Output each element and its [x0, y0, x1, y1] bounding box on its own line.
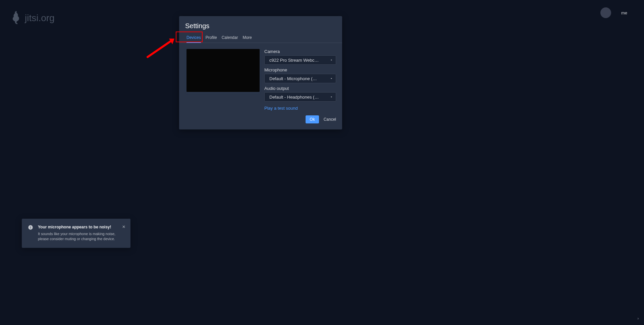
microphone-label: Microphone	[264, 67, 336, 72]
expand-chevron[interactable]	[636, 316, 641, 321]
dialog-footer: Ok Cancel	[179, 111, 342, 123]
me-label: me	[621, 10, 627, 15]
tab-profile[interactable]: Profile	[206, 33, 217, 43]
logo: jitsi.org	[10, 10, 55, 26]
camera-dropdown[interactable]: c922 Pro Stream Webcam …	[264, 55, 336, 65]
audio-output-dropdown[interactable]: Default - Headphones (Arct…	[264, 92, 336, 102]
device-controls: Camera c922 Pro Stream Webcam … Micropho…	[264, 49, 336, 111]
camera-preview	[186, 49, 260, 92]
chevron-down-icon	[330, 95, 333, 99]
chevron-down-icon	[330, 77, 333, 80]
info-icon	[28, 225, 33, 230]
camera-dropdown-value: c922 Pro Stream Webcam …	[269, 58, 320, 63]
camera-label: Camera	[264, 49, 336, 54]
play-test-sound-link[interactable]: Play a test sound	[264, 106, 336, 111]
tab-devices[interactable]: Devices	[186, 33, 201, 43]
cancel-button[interactable]: Cancel	[324, 117, 336, 122]
tab-more[interactable]: More	[243, 33, 252, 43]
toast-close-button[interactable]	[122, 224, 126, 230]
avatar[interactable]	[600, 7, 611, 18]
user-area: me	[600, 7, 637, 18]
microphone-dropdown[interactable]: Default - Microphone (C92…	[264, 74, 336, 83]
audio-output-dropdown-value: Default - Headphones (Arct…	[269, 95, 320, 100]
svg-line-0	[148, 41, 171, 57]
settings-dialog: Settings Devices Profile Calendar More C…	[179, 16, 342, 129]
ok-button[interactable]: Ok	[306, 115, 319, 123]
close-icon	[122, 225, 126, 229]
logo-text: jitsi.org	[25, 13, 55, 23]
audio-output-label: Audio output	[264, 86, 336, 91]
toast-title: Your microphone appears to be noisy!	[38, 225, 118, 229]
jitsi-logo-icon	[10, 10, 21, 26]
microphone-dropdown-value: Default - Microphone (C92…	[269, 76, 320, 81]
dialog-title: Settings	[179, 16, 342, 33]
dialog-body: Camera c922 Pro Stream Webcam … Micropho…	[179, 43, 342, 111]
settings-tabs: Devices Profile Calendar More	[179, 33, 342, 43]
annotation-arrow-icon	[144, 37, 178, 60]
noisy-mic-toast: Your microphone appears to be noisy! It …	[22, 219, 130, 248]
svg-marker-1	[169, 39, 174, 44]
toast-body: It sounds like your microphone is making…	[38, 231, 118, 242]
tab-calendar[interactable]: Calendar	[222, 33, 238, 43]
chevron-down-icon	[330, 58, 333, 62]
chevron-right-icon	[636, 316, 641, 321]
